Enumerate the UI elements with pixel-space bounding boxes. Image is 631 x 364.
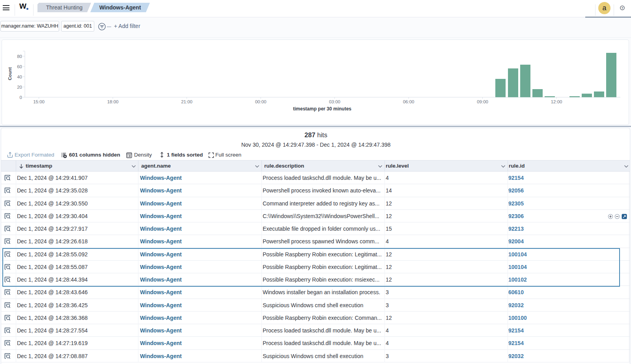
- svg-text:12:00: 12:00: [551, 99, 562, 104]
- svg-text:06:00: 06:00: [403, 99, 414, 104]
- svg-text:40: 40: [17, 75, 22, 79]
- svg-text:00:00: 00:00: [255, 99, 267, 104]
- svg-text:21:00: 21:00: [181, 99, 192, 104]
- svg-text:15:00: 15:00: [33, 99, 45, 104]
- svg-text:03:00: 03:00: [329, 99, 340, 104]
- svg-text:0: 0: [20, 95, 22, 100]
- svg-text:60: 60: [17, 64, 22, 69]
- svg-text:?: ?: [622, 6, 624, 10]
- svg-text:80: 80: [17, 54, 22, 59]
- svg-text:timestamp per 30 minutes: timestamp per 30 minutes: [293, 106, 351, 112]
- svg-text:20: 20: [17, 85, 22, 90]
- svg-text:Count: Count: [7, 67, 12, 80]
- svg-text:09:00: 09:00: [477, 99, 488, 104]
- svg-text:18:00: 18:00: [107, 99, 119, 104]
